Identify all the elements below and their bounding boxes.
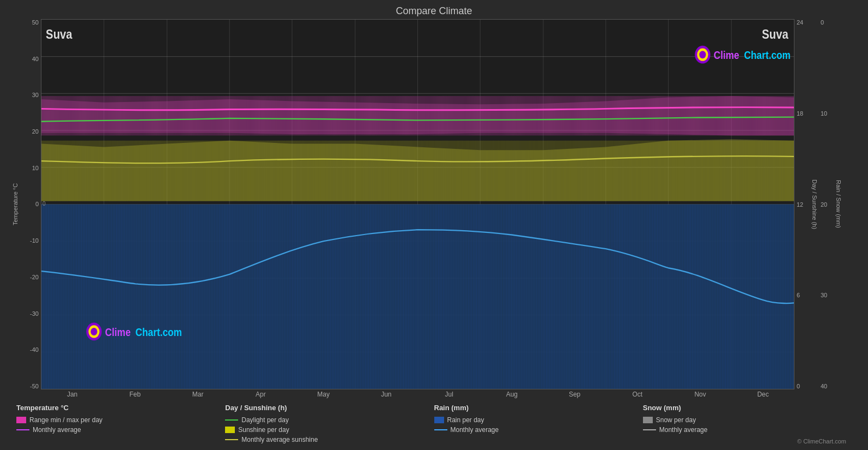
legend-rain-label: Rain per day — [447, 416, 484, 424]
x-axis-month-tick: Feb — [104, 391, 166, 398]
legend-rain-avg-label: Monthly average — [451, 426, 499, 434]
svg-text:Chart.com: Chart.com — [136, 326, 182, 338]
legend-sunshine-title: Day / Sunshine (h) — [225, 404, 434, 412]
legend-rain: Rain (mm) Rain per day Monthly average — [434, 404, 643, 445]
svg-point-40 — [90, 328, 97, 335]
x-axis-month-tick: Apr — [229, 391, 292, 398]
left-y-tick: -50 — [30, 383, 41, 389]
legend-snow-title: Snow (mm) — [643, 404, 852, 412]
x-axis-month-tick: Jul — [418, 391, 481, 398]
legend-daylight-line — [225, 419, 238, 421]
legend-snow-avg-label: Monthly average — [659, 426, 708, 434]
legend-sunshine-daylight: Daylight per day — [225, 416, 434, 424]
right-sunshine-tick: 18 — [794, 110, 811, 117]
chart-svg: Suva Suva Clime Chart.com Clime Chart.co… — [41, 20, 794, 389]
right-rain-tick: 10 — [818, 110, 835, 117]
x-axis-month-tick: Jan — [41, 391, 104, 398]
sunshine-ticks-col: 24181260 — [794, 19, 811, 389]
x-axis-month-tick: Jun — [355, 391, 417, 398]
legend-rain-avg: Monthly average — [434, 426, 643, 434]
left-y-tick: -30 — [30, 310, 41, 317]
legend-temperature: Temperature °C Range min / max per day M… — [16, 404, 225, 445]
legend-snow-avg-line — [643, 429, 656, 430]
legend-temp-range-swatch — [16, 417, 26, 423]
legend-temp-avg-line — [16, 429, 29, 430]
legend-temp-avg: Monthly average — [16, 426, 225, 434]
legend-rain-avg-line — [434, 429, 447, 430]
legend-area: Temperature °C Range min / max per day M… — [11, 399, 857, 445]
svg-text:Clime: Clime — [105, 326, 131, 338]
legend-temp-range: Range min / max per day — [16, 416, 225, 424]
left-y-tick: 40 — [32, 56, 41, 62]
copyright: © ClimeChart.com — [643, 438, 852, 445]
legend-sunshine-avg-line — [225, 439, 238, 440]
rain-ticks-col: 010203040 — [818, 19, 835, 389]
left-y-ticks: 50403020100-10-20-30-40-50 — [20, 19, 41, 389]
legend-snow-label: Snow per day — [656, 416, 696, 424]
legend-sunshine-avg: Monthly average sunshine — [225, 436, 434, 443]
right-sunshine-tick: 6 — [794, 292, 811, 298]
left-y-tick: 10 — [32, 165, 41, 171]
right-sunshine-tick: 24 — [794, 19, 811, 26]
left-y-tick: 0 — [35, 201, 41, 207]
legend-sunshine-swatch — [225, 427, 235, 433]
right-rain-tick: 0 — [818, 19, 835, 26]
legend-rain-per-day: Rain per day — [434, 416, 643, 424]
right-sunshine-tick: 0 — [794, 383, 811, 389]
page-wrapper: Compare Climate Temperature °C 504030201… — [0, 0, 868, 450]
legend-snow: Snow (mm) Snow per day Monthly average ©… — [643, 404, 852, 445]
right-sunshine-tick: 12 — [794, 201, 811, 208]
legend-temp-avg-label: Monthly average — [33, 426, 81, 434]
legend-rain-swatch — [434, 417, 444, 423]
x-axis-month-tick: Aug — [481, 391, 543, 398]
svg-point-35 — [699, 51, 706, 58]
legend-snow-per-day: Snow per day — [643, 416, 852, 424]
x-axis-month-tick: Sep — [543, 391, 606, 398]
legend-temp-title: Temperature °C — [16, 404, 225, 412]
right-rain-tick: 20 — [818, 201, 835, 208]
svg-text:Clime: Clime — [714, 49, 739, 61]
left-y-tick: 30 — [32, 92, 41, 98]
left-y-axis: Temperature °C 50403020100-10-20-30-40-5… — [11, 19, 41, 389]
legend-daylight-label: Daylight per day — [241, 416, 289, 424]
legend-sunshine-avg-label: Monthly average sunshine — [241, 436, 318, 443]
chart-area: Temperature °C 50403020100-10-20-30-40-5… — [11, 19, 857, 389]
left-y-axis-label: Temperature °C — [11, 19, 20, 389]
left-y-tick: -20 — [30, 274, 41, 280]
left-y-tick: 50 — [32, 19, 41, 26]
legend-sunshine-per-day: Sunshine per day — [225, 426, 434, 434]
right-y-axis: 24181260Day / Sunshine (h)010203040Rain … — [794, 19, 857, 389]
x-axis-month-tick: Mar — [167, 391, 229, 398]
right-sunshine-axis-label: Day / Sunshine (h) — [811, 19, 818, 389]
legend-temp-range-label: Range min / max per day — [29, 416, 102, 424]
x-axis-month-tick: Dec — [732, 391, 794, 398]
legend-sunshine: Day / Sunshine (h) Daylight per day Suns… — [225, 404, 434, 445]
legend-sunshine-label: Sunshine per day — [238, 426, 289, 434]
left-y-tick: -10 — [30, 237, 41, 244]
right-rain-axis-label: Rain / Snow (mm) — [835, 19, 842, 389]
left-y-tick: -40 — [30, 346, 41, 353]
chart-title: Compare Climate — [11, 5, 857, 17]
right-rain-tick: 40 — [818, 383, 835, 389]
location-left-label: Suva — [46, 27, 72, 42]
chart-plot: Suva Suva Clime Chart.com Clime Chart.co… — [41, 19, 794, 389]
svg-text:0: 0 — [43, 200, 46, 207]
legend-snow-avg: Monthly average — [643, 426, 852, 434]
legend-rain-title: Rain (mm) — [434, 404, 643, 412]
x-axis: JanFebMarAprMayJunJulAugSepOctNovDec — [41, 389, 794, 399]
x-axis-month-tick: May — [292, 391, 355, 398]
svg-rect-30 — [41, 141, 794, 201]
svg-rect-22 — [41, 205, 794, 389]
svg-rect-32 — [41, 96, 794, 135]
x-axis-month-tick: Nov — [669, 391, 732, 398]
right-rain-tick: 30 — [818, 292, 835, 298]
legend-snow-swatch — [643, 417, 653, 423]
x-axis-month-tick: Oct — [606, 391, 669, 398]
location-right-label: Suva — [762, 27, 788, 42]
left-y-tick: 20 — [32, 128, 41, 135]
svg-text:Chart.com: Chart.com — [744, 49, 791, 61]
